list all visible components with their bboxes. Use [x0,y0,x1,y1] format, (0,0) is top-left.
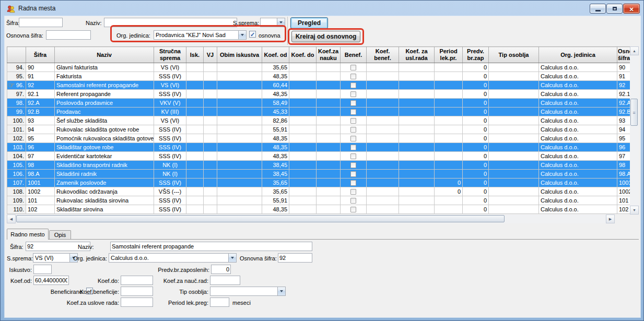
cell-koef_od[interactable]: 48,35 [262,205,289,214]
cell-sifra[interactable]: 101 [26,196,55,205]
cell-osn[interactable]: 92.1 [617,90,630,99]
cell-sprema[interactable]: SSS (IV) [154,205,186,214]
cell-vj[interactable] [204,205,217,214]
cell-period[interactable] [435,152,463,161]
cell-sprema[interactable]: SSS (IV) [154,196,186,205]
column-header[interactable]: Org. jedinica [539,47,617,63]
cell-koef_od[interactable]: 48,35 [262,72,289,81]
cell-predv[interactable]: 0 [463,63,489,72]
cell-tip[interactable] [489,116,539,125]
detail-iskustvo-input[interactable] [33,265,52,274]
cell-naziv[interactable]: Skladištar sirovina [55,205,154,214]
cell-koef_nauku[interactable] [317,196,341,205]
cell-sprema[interactable]: VS (VI) [154,116,186,125]
cell-osn[interactable]: 93 [617,116,630,125]
cell-org[interactable]: Calculus d.o.o. [539,99,617,108]
cell-vj[interactable] [204,81,217,90]
cell-period[interactable]: 0 [435,179,463,187]
cell-tip[interactable] [489,63,539,72]
benef-checkbox[interactable] [350,118,356,124]
detail-tip-combo[interactable] [210,287,286,296]
cell-benef_cb[interactable] [341,152,367,161]
benef-checkbox[interactable] [350,74,356,79]
cell-naziv[interactable]: Zamenik poslovođe [55,179,154,187]
cell-sifra[interactable]: 96 [26,143,55,152]
cell-predv[interactable]: 0 [463,90,489,99]
cell-koef_usl[interactable] [399,205,435,214]
cell-koef_od[interactable]: 58,49 [262,99,289,108]
cell-koef_usl[interactable] [399,72,435,81]
cell-predv[interactable]: 0 [463,152,489,161]
cell-koef_nauku[interactable] [317,99,341,108]
cell-predv[interactable]: 0 [463,116,489,125]
cell-isk[interactable] [186,134,204,143]
benef-checkbox[interactable] [350,145,356,150]
chevron-down-icon[interactable] [277,18,285,27]
cell-predv[interactable]: 0 [463,179,489,187]
cell-vj[interactable] [204,179,217,187]
cell-obim[interactable] [217,108,262,116]
cell-sifra[interactable]: 97 [26,152,55,161]
cell-koef_od[interactable]: 38,45 [262,161,289,170]
cell-sifra[interactable]: 90 [26,63,55,72]
cell-org[interactable]: Calculus d.o.o. [539,63,617,72]
cell-obim[interactable] [217,161,262,170]
cell-benef_cb[interactable] [341,205,367,214]
cell-vj[interactable] [204,108,217,116]
cell-obim[interactable] [217,187,262,196]
cell-obim[interactable] [217,99,262,108]
cell-sifra[interactable]: 1002 [26,187,55,196]
cell-benef_cb[interactable] [341,143,367,152]
cell-benef_cb[interactable] [341,179,367,187]
cell-predv[interactable]: 0 [463,196,489,205]
cell-period[interactable] [435,125,463,134]
cell-koef_benef[interactable] [367,179,399,187]
cell-vj[interactable] [204,161,217,170]
cell-vj[interactable] [204,187,217,196]
cell-koef_benef[interactable] [367,90,399,99]
detail-naziv-input[interactable] [110,242,312,251]
cell-sifra[interactable]: 1001 [26,179,55,187]
benef-checkbox[interactable] [350,109,356,115]
cell-obim[interactable] [217,179,262,187]
cell-period[interactable] [435,170,463,179]
benef-checkbox[interactable] [350,136,356,141]
cell-koef_usl[interactable] [399,196,435,205]
cell-koef_benef[interactable] [367,205,399,214]
cell-koef_usl[interactable] [399,187,435,196]
cell-osn[interactable]: 1001 [617,179,630,187]
cell-org[interactable]: Calculus d.o.o. [539,152,617,161]
benef-checkbox[interactable] [350,82,356,88]
cell-isk[interactable] [186,152,204,161]
cell-period[interactable]: 0 [435,187,463,196]
filter-naziv-input[interactable] [104,18,237,27]
cell-isk[interactable] [186,143,204,152]
cell-tip[interactable] [489,134,539,143]
table-row[interactable]: 102.95Pomoćnik rukovaloca skladišta goto… [7,134,630,143]
cell-koef_do[interactable] [289,72,317,81]
cell-sifra[interactable]: 95 [26,134,55,143]
cell-tip[interactable] [489,81,539,90]
table-row[interactable]: 99.92.BProdavacKV (III)45,330Calculus d.… [7,108,630,116]
cell-koef_od[interactable]: 82,86 [262,116,289,125]
column-header[interactable]: Koef. od [262,47,289,63]
cell-osn[interactable]: 98.A [617,170,630,179]
cell-predv[interactable]: 0 [463,161,489,170]
filter-org-jedinica-combo[interactable]: Prodavnica "KEJ" Novi Sad [154,30,247,40]
cell-naziv[interactable]: Rukovodilac održavanja [55,187,154,196]
table-row[interactable]: 101.94Rukovalac skladišta gotove robeSSS… [7,125,630,134]
tab-radno-mesto[interactable]: Radno mesto [7,229,49,240]
cell-sprema[interactable]: VŠS (---) [154,187,186,196]
cell-benef_cb[interactable] [341,99,367,108]
cell-koef_od[interactable]: 35,65 [262,179,289,187]
cell-sprema[interactable]: NK (I) [154,170,186,179]
detail-koef-benef-input[interactable] [121,287,153,296]
cell-koef_benef[interactable] [367,99,399,108]
table-row[interactable]: 108.1002Rukovodilac održavanjaVŠS (---)3… [7,187,630,196]
cell-koef_do[interactable] [289,170,317,179]
cell-sifra[interactable]: 92.B [26,108,55,116]
cell-tip[interactable] [489,99,539,108]
cell-isk[interactable] [186,187,204,196]
cell-koef_do[interactable] [289,63,317,72]
cell-benef_cb[interactable] [341,63,367,72]
